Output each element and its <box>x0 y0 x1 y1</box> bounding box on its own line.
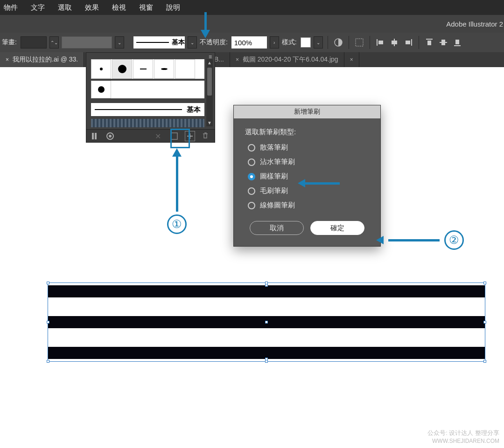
selection-bounding-box[interactable] <box>48 283 485 362</box>
radio-icon <box>248 187 255 195</box>
document-tabbar: × 我用以拉拉的.ai @ 33. 7% (R... × mac鍵盤.ai @ … <box>0 52 504 67</box>
brush-basic-row[interactable]: 基本 <box>91 103 204 116</box>
svg-rect-7 <box>406 41 410 44</box>
dialog-title: 新增筆刷 <box>234 105 380 118</box>
brush-library-icon[interactable] <box>91 132 99 140</box>
align-artboard-icon[interactable] <box>354 37 365 48</box>
radio-label: 沾水筆筆刷 <box>260 158 295 166</box>
radio-icon <box>248 159 255 166</box>
annotation-callout-2: ② <box>376 230 464 250</box>
callout-number: ① <box>167 214 187 234</box>
svg-rect-3 <box>378 41 383 44</box>
radio-scatter-brush[interactable]: 散落筆刷 <box>248 143 369 152</box>
brush-swatch[interactable] <box>133 59 153 79</box>
close-icon[interactable]: × <box>350 56 353 63</box>
stroke-weight-input[interactable] <box>21 36 47 48</box>
brush-swatch[interactable] <box>175 59 195 79</box>
delete-brush-icon[interactable] <box>202 132 210 140</box>
stroke-color-dropdown[interactable]: ⌄ <box>115 36 124 48</box>
radio-calligraphic-brush[interactable]: 沾水筆筆刷 <box>248 158 369 166</box>
libraries-icon[interactable] <box>106 132 114 140</box>
control-toolbar: 筆畫: ⌃⌄ ⌄ 基本 ⌄ 不透明度: 100% › 樣式: ⌄ <box>0 33 504 52</box>
document-tab[interactable]: × 截圖 2020-04-20 下午6.04.04.jpg <box>230 52 344 67</box>
svg-point-15 <box>109 135 112 138</box>
svg-rect-13 <box>455 40 459 44</box>
radio-icon <box>248 202 255 209</box>
align-right-icon[interactable] <box>403 37 414 48</box>
menu-help[interactable]: 說明 <box>166 3 180 12</box>
dialog-prompt: 選取新筆刷類型: <box>245 128 369 137</box>
document-tab[interactable]: × 我用以拉拉的.ai @ 33. <box>0 52 84 67</box>
close-icon[interactable]: × <box>6 56 9 63</box>
opacity-dropdown[interactable]: › <box>270 36 279 48</box>
stroke-stepper[interactable]: ⌃⌄ <box>49 36 59 48</box>
brush-swatch[interactable] <box>91 59 111 79</box>
app-title: Adobe Illustrator 2 <box>446 20 503 28</box>
radio-pattern-brush[interactable]: 圖樣筆刷 <box>248 172 369 181</box>
menu-effect[interactable]: 效果 <box>85 3 99 12</box>
watermark: 公众号: 设计达人 整理分享 WWW.SHEJIDAREN.COM <box>427 429 499 445</box>
remove-stroke-icon[interactable]: ✕ <box>155 132 163 140</box>
svg-rect-16 <box>171 133 177 139</box>
brush-texture-swatch[interactable] <box>91 119 204 127</box>
callout-number: ② <box>444 230 464 250</box>
panel-menu-icon[interactable]: ≡ <box>209 54 212 56</box>
watermark-line1: 公众号: 设计达人 整理分享 <box>427 429 499 437</box>
separator <box>370 36 370 49</box>
brush-definition-dropdown[interactable]: 基本 <box>133 36 185 48</box>
align-vcenter-icon[interactable] <box>438 37 449 48</box>
tab-label: 截圖 2020-04-20 下午6.04.04.jpg <box>243 55 338 64</box>
new-brush-dialog: 新增筆刷 選取新筆刷類型: 散落筆刷 沾水筆筆刷 圖樣筆刷 毛刷筆刷 線條圖筆刷 <box>233 105 381 247</box>
graphic-style-swatch[interactable] <box>301 37 311 48</box>
align-hcenter-icon[interactable] <box>389 37 400 48</box>
brush-definition-chevron[interactable]: ⌄ <box>188 36 197 48</box>
svg-rect-2 <box>377 39 378 46</box>
menu-type[interactable]: 文字 <box>31 3 45 12</box>
radio-art-brush[interactable]: 線條圖筆刷 <box>248 201 369 210</box>
close-icon[interactable]: × <box>236 56 239 63</box>
separator <box>349 36 349 49</box>
brush-swatch[interactable] <box>112 59 132 79</box>
cancel-button[interactable]: 取消 <box>250 221 304 235</box>
svg-rect-9 <box>427 41 431 45</box>
scrollbar-thumb[interactable] <box>207 68 212 96</box>
app-title-bar: Adobe Illustrator 2 <box>0 15 504 33</box>
align-left-icon[interactable] <box>375 37 386 48</box>
radio-bristle-brush[interactable]: 毛刷筆刷 <box>248 186 369 195</box>
menu-object[interactable]: 物件 <box>4 3 18 12</box>
tab-label: 我用以拉拉的.ai @ 33. <box>13 55 78 64</box>
separator <box>419 36 419 49</box>
stroke-color-well[interactable] <box>62 36 112 48</box>
svg-rect-6 <box>411 39 412 46</box>
radio-label: 圖樣筆刷 <box>260 172 288 181</box>
svg-rect-1 <box>356 39 363 46</box>
annotation-callout-1: ① <box>167 148 187 234</box>
radio-label: 散落筆刷 <box>260 143 288 152</box>
menu-window[interactable]: 視窗 <box>139 3 153 12</box>
align-top-icon[interactable] <box>424 37 435 48</box>
brushes-panel-footer: ✕ <box>86 129 215 142</box>
svg-rect-8 <box>426 39 433 40</box>
new-brush-button[interactable] <box>185 131 195 141</box>
style-label: 樣式: <box>282 38 297 47</box>
menu-select[interactable]: 選取 <box>58 3 72 12</box>
radio-label: 毛刷筆刷 <box>260 186 288 195</box>
document-tab[interactable]: × <box>344 52 359 67</box>
stroke-label: 筆畫: <box>2 38 17 47</box>
brush-options-icon[interactable] <box>170 132 178 140</box>
transparency-icon[interactable] <box>333 37 344 48</box>
svg-rect-5 <box>392 41 397 44</box>
menu-view[interactable]: 檢視 <box>112 3 126 12</box>
brush-basic-label: 基本 <box>187 105 201 114</box>
radio-icon <box>248 173 255 180</box>
align-bottom-icon[interactable] <box>452 37 463 48</box>
opacity-label: 不透明度: <box>200 38 228 47</box>
graphic-style-dropdown[interactable]: ⌄ <box>314 36 323 48</box>
ok-button[interactable]: 確定 <box>310 221 364 235</box>
scrollbar[interactable]: ▲ ▼ <box>206 59 213 126</box>
selected-artwork[interactable] <box>48 285 485 359</box>
brushes-panel-popover: ≡ 基本 ▲ ▼ ✕ <box>86 52 215 143</box>
opacity-input[interactable]: 100% <box>231 36 267 48</box>
brush-swatch[interactable] <box>91 81 111 98</box>
brush-swatch[interactable] <box>154 59 174 79</box>
